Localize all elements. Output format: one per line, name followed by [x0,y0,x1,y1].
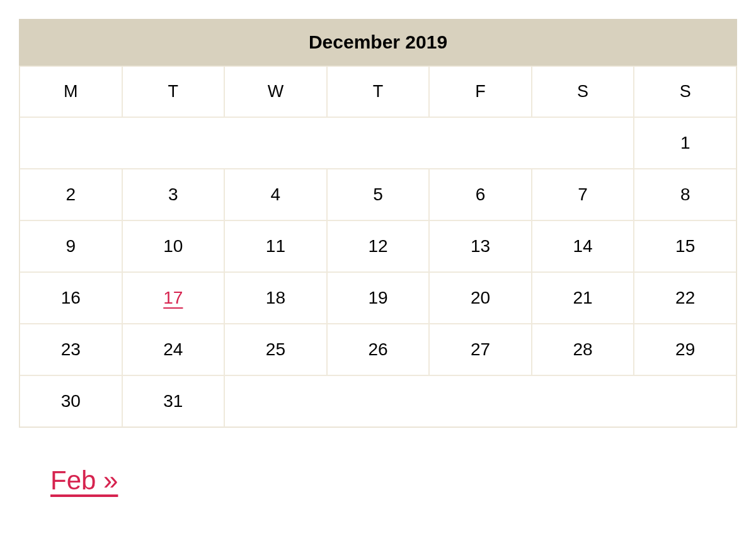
weekday-header: S [634,66,736,117]
weekday-header: F [429,66,532,117]
weekday-header: T [327,66,430,117]
calendar-day: 31 [122,375,225,427]
calendar-day: 7 [532,169,634,220]
next-month-link[interactable]: Feb » [50,465,118,495]
calendar-week-row: 16171819202122 [20,272,736,324]
calendar-weekday-row: M T W T F S S [20,66,736,117]
calendar-day: 2 [20,169,122,220]
calendar-title: December 2019 [19,19,737,66]
calendar-day: 6 [429,169,532,220]
calendar-day: 12 [327,220,430,272]
calendar-week-row: 1 [20,117,736,169]
weekday-header: M [20,66,122,117]
calendar-nav: Feb » [19,465,737,496]
calendar-day: 26 [327,324,430,375]
calendar-day: 18 [224,272,327,324]
calendar-week-row: 23242526272829 [20,324,736,375]
calendar-week-row: 3031 [20,375,736,427]
calendar-day: 10 [122,220,225,272]
calendar-day: 3 [122,169,225,220]
calendar-day: 28 [532,324,634,375]
calendar-day: 1 [634,117,736,169]
calendar: December 2019 M T W T F S S 123456789101… [19,19,737,428]
day-link[interactable]: 17 [163,288,183,307]
calendar-day: 5 [327,169,430,220]
calendar-day: 9 [20,220,122,272]
calendar-pad [20,117,634,169]
calendar-day: 15 [634,220,736,272]
calendar-day: 11 [224,220,327,272]
weekday-header: T [122,66,225,117]
calendar-body: 1234567891011121314151617181920212223242… [20,117,736,427]
calendar-day: 23 [20,324,122,375]
calendar-day: 21 [532,272,634,324]
calendar-week-row: 2345678 [20,169,736,220]
calendar-day-link[interactable]: 17 [122,272,225,324]
calendar-day: 14 [532,220,634,272]
calendar-pad [224,375,736,427]
calendar-day: 16 [20,272,122,324]
calendar-day: 25 [224,324,327,375]
calendar-day: 8 [634,169,736,220]
weekday-header: W [224,66,327,117]
weekday-header: S [532,66,634,117]
calendar-day: 27 [429,324,532,375]
calendar-day: 13 [429,220,532,272]
calendar-day: 19 [327,272,430,324]
calendar-day: 22 [634,272,736,324]
calendar-day: 20 [429,272,532,324]
calendar-week-row: 9101112131415 [20,220,736,272]
calendar-day: 30 [20,375,122,427]
calendar-day: 29 [634,324,736,375]
calendar-day: 4 [224,169,327,220]
calendar-day: 24 [122,324,225,375]
